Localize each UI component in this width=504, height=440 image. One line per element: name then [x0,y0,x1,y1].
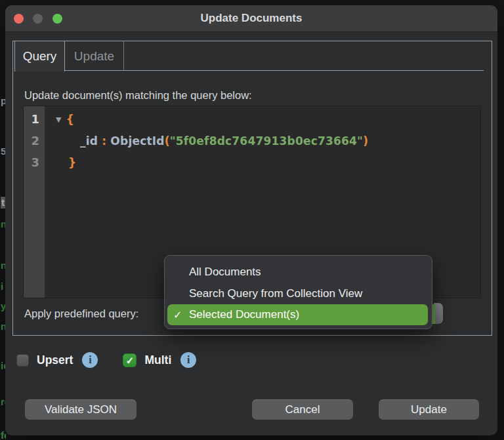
info-icon[interactable]: i [82,352,98,368]
code-token: { [66,113,74,126]
apply-predefined-query-label: Apply predefined query: [24,307,138,320]
minimize-button[interactable] [33,14,43,24]
code-token: : [98,134,110,148]
code-token: "5f0ef8dc7647913b0ec73664" [170,134,364,148]
info-glyph: i [89,355,91,365]
update-button[interactable]: Update [379,399,479,420]
menu-item-search-query-from-collection-view[interactable]: Search Query from Collection View [165,283,432,304]
cancel-button[interactable]: Cancel [252,399,353,420]
update-documents-dialog: Update Documents QueryUpdate Update docu… [5,5,497,435]
code-line-content: } [45,156,480,169]
checkmark-icon: ✓ [126,355,135,365]
predefined-query-dropdown-menu: All DocumentsSearch Query from Collectio… [164,255,432,329]
code-token: ( [165,134,170,148]
query-instruction-label: Update document(s) matching the query be… [24,89,252,102]
editor-line: 3} [24,151,480,173]
multi-checkbox[interactable]: ✓ [123,353,136,367]
line-number: 1 [24,112,45,126]
code-token: ) [363,134,368,148]
zoom-button[interactable] [52,14,62,24]
upsert-label: Upsert [37,353,73,367]
code-line-content: ▼{ [45,113,480,126]
info-icon[interactable]: i [180,352,196,368]
line-number: 2 [24,134,45,148]
code-line-content: _id : ObjectId("5f0ef8dc7647913b0ec73664… [45,134,480,148]
line-number: 3 [24,155,45,169]
combobox-arrow-button[interactable] [434,303,443,324]
validate-json-button[interactable]: Validate JSON [25,399,136,420]
fold-arrow-icon[interactable]: ▼ [56,115,62,124]
menu-item-label: All Documents [189,266,261,279]
checkmark-icon: ✓ [173,309,189,321]
background-text-fragment: i [1,281,3,292]
code-token: ObjectId [110,134,164,148]
editor-line: 2_id : ObjectId("5f0ef8dc7647913b0ec7366… [24,130,480,151]
close-button[interactable] [14,14,24,24]
tab-query[interactable]: Query [14,41,65,71]
code-token: _id [80,134,98,148]
tabbar-bottom-line [65,70,484,71]
menu-item-all-documents[interactable]: All Documents [165,261,432,283]
menu-item-label: Search Query from Collection View [189,287,362,300]
code-token: } [68,156,76,169]
menu-item-label: Selected Document(s) [189,308,299,321]
dialog-title: Update Documents [5,5,497,31]
tab-update[interactable]: Update [65,41,124,71]
titlebar: Update Documents [5,5,497,32]
multi-label: Multi [144,353,171,367]
menu-item-selected-document-s-[interactable]: ✓Selected Document(s) [167,304,428,325]
info-glyph: i [187,355,190,365]
editor-line: 1▼{ [24,108,480,130]
upsert-checkbox[interactable] [16,354,29,367]
